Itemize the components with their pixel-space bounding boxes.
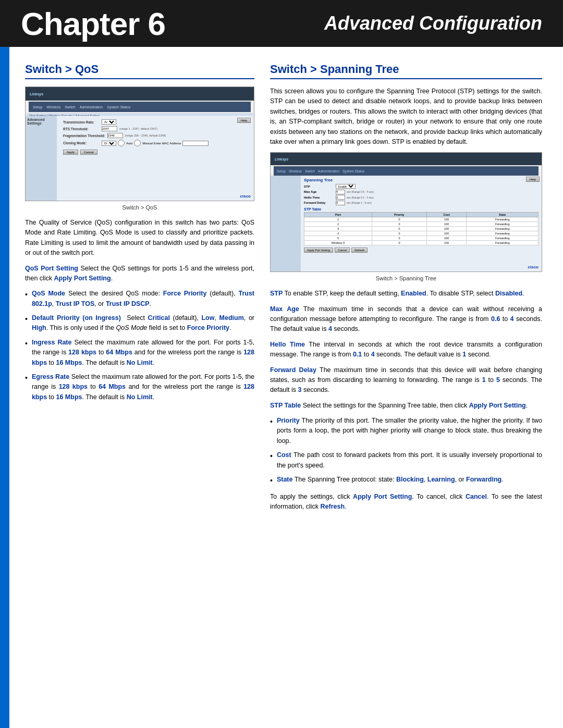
1-bold2: 1: [482, 376, 486, 384]
stp-enabled-row: STP Enabled: [304, 184, 538, 189]
bullet-text: Ingress Rate Select the maximum rate all…: [32, 338, 254, 368]
cloning-manual-radio[interactable]: [134, 140, 141, 146]
rts-input[interactable]: [102, 126, 117, 131]
stp-table-row: 20100Forwarding: [304, 221, 538, 226]
stp-table-title: STP Table: [304, 207, 538, 211]
4-bold: 4: [510, 315, 514, 323]
bullet-text: Cost The path cost to forward packets fr…: [277, 450, 542, 471]
hello-time-row: Hello Time sec (Range 0.1 - 4 sec): [304, 195, 538, 200]
stp-table-cell: 100: [426, 231, 467, 236]
content-wrapper: Switch > QoS Linksys Setup Wireless Swit…: [0, 47, 563, 728]
stp-table-row: 10100Forwarding: [304, 217, 538, 221]
cloning-radio-row: Disabled Auto Manual Enter MAC Address: [102, 140, 209, 146]
transmission-select[interactable]: Auto: [102, 119, 116, 125]
refresh-bold: Refresh: [321, 503, 345, 510]
stp-table-cell: 100: [426, 236, 467, 240]
transmission-row: Transmission Rate: Auto: [63, 119, 248, 125]
stp-screenshot: Linksys Setup Wireless Switch Administra…: [270, 152, 542, 272]
0.1-bold: 0.1: [353, 351, 362, 358]
cisco-logo-stp: cisco: [528, 265, 538, 269]
64mbps-bold2: 64 Mbps: [99, 383, 126, 390]
stp-table-cell: 0: [372, 236, 427, 240]
stp-table-cell: 0: [372, 217, 427, 221]
qos-screenshot: Linksys Setup Wireless Switch Administra…: [25, 87, 254, 201]
4-default-bold: 4: [328, 325, 332, 332]
cancel-button[interactable]: Cancel: [80, 150, 97, 155]
apply-button[interactable]: Apply: [63, 150, 78, 155]
stp-help-button[interactable]: Help: [526, 177, 540, 182]
screenshot-header-bar: Linksys: [26, 87, 254, 101]
cisco-logo: cisco: [240, 194, 251, 199]
frag-label: Fragmentation Threshold:: [63, 134, 105, 138]
stp-cancel-btn[interactable]: Cancel: [335, 248, 350, 253]
bullet-priority: • Priority The priority of this port. Th…: [270, 416, 542, 446]
left-column: Switch > QoS Linksys Setup Wireless Swit…: [25, 63, 254, 517]
rts-row: RTS Threshold: (range 1 - 2347, default …: [63, 126, 248, 131]
hello-time-para: Hello Time The interval in seconds at wh…: [270, 340, 542, 360]
qos-btn-row: Apply Cancel: [63, 150, 248, 155]
stp-section-title: Spanning Tree: [304, 178, 538, 182]
stp-select[interactable]: Enabled: [336, 184, 356, 189]
apply-port-setting-bold: Apply Port Setting: [353, 493, 412, 500]
hello-time-input[interactable]: [336, 195, 345, 200]
stp-table-cell: 100: [426, 240, 467, 245]
rts-label: RTS Threshold:: [63, 127, 100, 131]
col-port: Port: [304, 212, 372, 217]
max-age-input[interactable]: [336, 190, 345, 194]
stp-table-cell: 5: [304, 236, 372, 240]
fwd-delay-input[interactable]: [336, 201, 345, 205]
stp-btn-row: Apply Port Setting Cancel Refresh: [304, 248, 538, 253]
stp-refresh-btn[interactable]: Refresh: [351, 248, 368, 253]
no-limit-bold: No Limit: [127, 359, 153, 366]
stp-table-cell: 2: [304, 221, 372, 226]
priority-bold: Priority: [277, 417, 300, 424]
stp-table-cell: Forwarding: [467, 236, 538, 240]
learning-bold: Learning: [427, 476, 455, 483]
two-column-layout: Switch > QoS Linksys Setup Wireless Swit…: [25, 63, 542, 517]
stp-table-cell: 0: [372, 231, 427, 236]
stp-table-cell: 1: [304, 217, 372, 221]
qos-port-setting-bold: QoS Port Setting: [25, 265, 78, 272]
qos-caption: Switch > QoS: [25, 204, 254, 211]
bullet-text: QoS Mode Select the desired QoS mode: Fo…: [32, 289, 254, 309]
3-bold: 3: [298, 386, 302, 393]
qos-mode-italic: QoS Mode: [116, 324, 148, 331]
apply-footer-para: To apply the settings, click Apply Port …: [270, 492, 542, 512]
frag-input[interactable]: [107, 133, 123, 138]
stp-nav-bar: Setup Wireless Switch Administration Sys…: [274, 166, 538, 176]
stp-table-cell: Forwarding: [467, 226, 538, 231]
hello-time-bold: Hello Time: [270, 341, 305, 348]
page-header: Chapter 6 Advanced Configuration: [0, 0, 563, 47]
medium-bold: Medium: [219, 314, 244, 322]
cost-bold: Cost: [277, 451, 291, 459]
hello-time-label: Hello Time: [304, 196, 334, 199]
max-age-para: Max Age The maximum time in seconds that…: [270, 304, 542, 335]
main-content: Switch > QoS Linksys Setup Wireless Swit…: [9, 47, 563, 728]
stp-nav-item: Setup: [277, 169, 286, 173]
state-bold: State: [277, 476, 293, 483]
screenshot-nav-bar: Setup Wireless Switch Administration Sys…: [29, 102, 251, 112]
stp-bold-label: STP: [270, 290, 283, 297]
stp-table-cell: 0: [372, 240, 427, 245]
stp-table-cell: Forwarding: [467, 240, 538, 245]
stp-label: STP: [304, 185, 334, 188]
forwarding-bold: Forwarding: [466, 476, 501, 483]
bullet-dot: •: [25, 373, 28, 384]
128kbps-bold3: 128 kbps: [59, 383, 88, 390]
bullet-state: • State The Spanning Tree protocol: stat…: [270, 475, 542, 487]
low-bold: Low: [201, 314, 214, 322]
cloning-auto-radio[interactable]: [118, 140, 125, 146]
help-button[interactable]: Help: [237, 118, 251, 123]
critical-bold: Critical: [148, 314, 170, 322]
force-priority-bold: Force Priority: [163, 290, 207, 297]
cloning-row: Cloning Mode: Disabled Auto Manual Enter…: [63, 140, 248, 146]
fwd-delay-hint: sec (Range 1 - 5 sec): [347, 201, 372, 204]
stp-table-cell: 0: [372, 221, 427, 226]
max-age-bold: Max Age: [270, 305, 299, 313]
cloning-select[interactable]: Disabled: [102, 141, 116, 146]
mac-address-input[interactable]: [182, 141, 209, 146]
linksys-logo: Linksys: [30, 92, 43, 96]
stp-body: Help Spanning Tree STP Enabled Max Age s…: [301, 176, 542, 272]
apply-port-setting-btn[interactable]: Apply Port Setting: [304, 248, 333, 253]
64mbps-bold: 64 Mbps: [106, 349, 132, 356]
